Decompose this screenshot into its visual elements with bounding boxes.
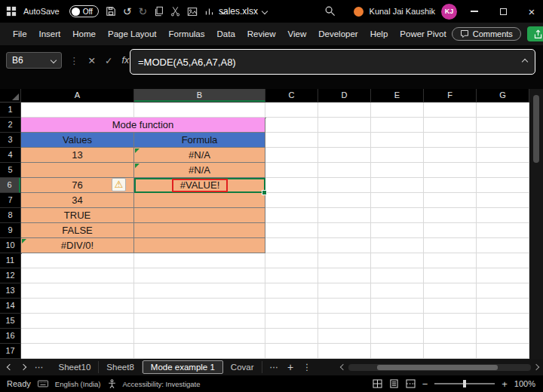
sheet-tab-sheet8[interactable]: Sheet8 — [99, 361, 142, 373]
row-header-17[interactable]: 17 — [0, 344, 20, 359]
grid-body[interactable]: 1 2 3 4 5 6 7 8 9 10 11 12 13 14 15 16 1… — [0, 103, 529, 359]
cell-b8[interactable] — [134, 208, 265, 223]
row-header-7[interactable]: 7 — [0, 193, 20, 208]
file-name[interactable]: sales.xlsx — [219, 6, 258, 17]
keyboard-language-icon[interactable] — [38, 380, 48, 387]
name-box-chevron[interactable] — [51, 57, 57, 63]
zoom-level[interactable]: 100% — [514, 379, 535, 388]
cell-a9[interactable]: FALSE — [21, 223, 134, 238]
more-sheets-ellipsis-icon[interactable]: ⋯ — [270, 362, 279, 372]
search-icon[interactable] — [324, 5, 336, 17]
ribbon-tab-page-layout[interactable]: Page Layout — [103, 26, 162, 41]
sheet-tab-sheet10[interactable]: Sheet10 — [51, 361, 100, 373]
cell-b5[interactable]: #N/A — [134, 163, 265, 178]
zoom-in-button[interactable]: + — [502, 378, 508, 390]
close-button[interactable]: × — [520, 0, 543, 23]
column-header-d[interactable]: D — [318, 89, 371, 102]
cell-a4[interactable]: 13 — [21, 148, 134, 163]
ribbon-tab-developer[interactable]: Developer — [313, 26, 363, 41]
file-menu-chevron[interactable] — [262, 8, 268, 14]
page-layout-view-icon[interactable] — [389, 379, 399, 388]
row-header-16[interactable]: 16 — [0, 329, 20, 344]
horizontal-scrollbar-thumb[interactable] — [377, 365, 498, 370]
error-trace-warning-icon[interactable]: ⚠ — [112, 178, 126, 191]
share-button[interactable] — [527, 26, 543, 41]
fill-handle[interactable] — [262, 190, 267, 195]
zoom-slider-thumb[interactable] — [463, 380, 466, 387]
row-header-5[interactable]: 5 — [0, 163, 20, 178]
formula-input[interactable]: =MODE(A5,A6,A7,A8) — [130, 49, 535, 75]
cell-a5[interactable] — [21, 163, 134, 178]
row-header-4[interactable]: 4 — [0, 148, 20, 163]
ribbon-tab-file[interactable]: File — [8, 26, 32, 41]
select-all-corner[interactable] — [0, 89, 21, 102]
copy-button[interactable] — [154, 6, 164, 17]
row-header-15[interactable]: 15 — [0, 314, 20, 329]
formula-bar-collapse-chevron[interactable] — [522, 59, 528, 65]
sheet-nav-right-icon[interactable] — [20, 364, 26, 370]
confirm-entry-icon[interactable]: ✓ — [105, 55, 112, 66]
cell-b10[interactable] — [134, 238, 265, 253]
user-name[interactable]: Kunal Jai Kaushik — [370, 7, 435, 16]
add-sheet-button[interactable]: + — [287, 361, 293, 373]
cell-b7[interactable] — [134, 193, 265, 208]
row-header-1[interactable]: 1 — [0, 103, 20, 118]
maximize-button[interactable] — [492, 0, 514, 23]
ribbon-tab-home[interactable]: Home — [67, 26, 101, 41]
undo-button[interactable]: ↺ — [123, 5, 132, 17]
cell-a3-values-header[interactable]: Values — [21, 133, 134, 148]
ribbon-tab-review[interactable]: Review — [242, 26, 281, 41]
row-header-14[interactable]: 14 — [0, 299, 20, 314]
comments-button[interactable]: Comments — [452, 27, 521, 41]
page-break-preview-icon[interactable] — [406, 379, 416, 388]
cancel-entry-icon[interactable]: ✕ — [88, 55, 96, 66]
chart-button[interactable] — [204, 7, 214, 17]
zoom-out-button[interactable]: − — [422, 378, 428, 390]
column-header-a[interactable]: A — [21, 89, 134, 102]
save-button[interactable] — [106, 6, 116, 17]
row-header-9[interactable]: 9 — [0, 223, 20, 238]
ribbon-tab-formulas[interactable]: Formulas — [164, 26, 210, 41]
column-header-g[interactable]: G — [477, 89, 529, 102]
row-header-12[interactable]: 12 — [0, 268, 20, 283]
row-header-10[interactable]: 10 — [0, 238, 20, 253]
cell-a10[interactable]: #DIV/0! — [21, 238, 134, 253]
column-header-c[interactable]: C — [265, 89, 318, 102]
redo-button[interactable]: ↻ — [139, 5, 148, 17]
column-header-e[interactable]: E — [371, 89, 424, 102]
sheet-nav-left-icon[interactable] — [7, 364, 13, 370]
zoom-slider[interactable] — [434, 383, 495, 384]
row-header-3[interactable]: 3 — [0, 133, 20, 148]
scroll-left-icon[interactable] — [340, 364, 346, 370]
column-header-b[interactable]: B — [134, 89, 265, 102]
minimize-button[interactable] — [463, 0, 486, 23]
language-indicator[interactable]: English (India) — [55, 380, 101, 388]
insert-picture-button[interactable] — [187, 7, 198, 17]
sheet-tab-covar[interactable]: Covar — [223, 361, 262, 373]
ribbon-tab-power-pivot[interactable]: Power Pivot — [394, 26, 451, 41]
row-header-13[interactable]: 13 — [0, 283, 20, 299]
vertical-scrollbar-thumb[interactable] — [533, 95, 539, 163]
cell-b9[interactable] — [134, 223, 265, 238]
avatar[interactable]: KJ — [441, 4, 457, 20]
ribbon-tab-data[interactable]: Data — [212, 26, 241, 41]
row-header-2[interactable]: 2 — [0, 118, 20, 133]
ribbon-tab-insert[interactable]: Insert — [34, 26, 66, 41]
row-header-11[interactable]: 11 — [0, 253, 20, 268]
cell-b4[interactable]: #N/A — [134, 148, 265, 163]
autosave-toggle[interactable]: Off — [69, 5, 99, 17]
sheet-tab-mode-example-1[interactable]: Mode example 1 — [143, 360, 223, 374]
normal-view-icon[interactable] — [373, 379, 382, 388]
ribbon-tab-view[interactable]: View — [283, 26, 312, 41]
row-header-6[interactable]: 6 — [0, 178, 20, 193]
horizontal-scrollbar[interactable] — [341, 363, 538, 371]
cell-a7[interactable]: 34 — [21, 193, 134, 208]
scroll-right-icon[interactable] — [533, 364, 539, 370]
name-box[interactable]: B6 — [6, 52, 62, 69]
vertical-scrollbar[interactable] — [529, 89, 543, 359]
insert-function-icon[interactable]: fx — [121, 55, 129, 66]
cell-b6-selected[interactable]: #VALUE! — [134, 178, 265, 193]
cell-a2-title[interactable]: Mode function — [21, 118, 265, 133]
column-header-f[interactable]: F — [424, 89, 477, 102]
ribbon-tab-help[interactable]: Help — [365, 26, 394, 41]
